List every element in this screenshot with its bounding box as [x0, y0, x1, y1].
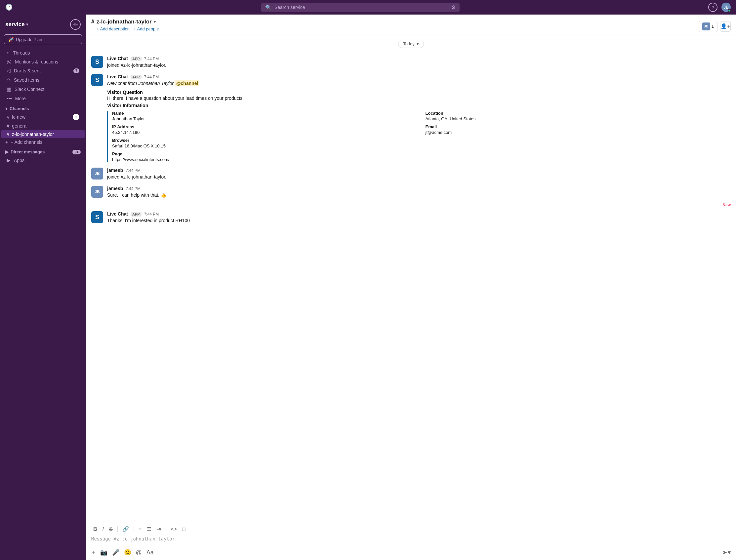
date-pill[interactable]: Today ▾: [398, 40, 424, 48]
workspace-name[interactable]: service ▾: [5, 21, 28, 28]
mentions-icon: @: [7, 59, 12, 64]
new-line: [91, 205, 720, 205]
search-bar[interactable]: 🔍 ⚙: [261, 3, 460, 12]
sidebar-item-apps[interactable]: ▶ Apps: [1, 156, 85, 165]
member-avatar: JB: [702, 22, 710, 30]
message-sender: Live Chat: [107, 56, 128, 61]
visitor-info-grid: Name Johnathan Taylor Location Atlanta, …: [107, 111, 731, 162]
new-label: New: [720, 203, 731, 207]
message-content: Live Chat APP 7:44 PM Thanks! I'm intere…: [107, 211, 731, 224]
sidebar-item-more[interactable]: ••• More: [1, 94, 85, 103]
channel-item-z-lc-johnathan-taylor[interactable]: # z-lc-johnathan-taylor: [1, 130, 85, 138]
info-field-name: Name Johnathan Taylor: [112, 111, 418, 122]
message-sender: Live Chat: [107, 74, 128, 79]
message-group: JB jamesb 7:44 PM joined #z-lc-johnathan…: [86, 165, 736, 183]
channel-title[interactable]: # z-lc-johnathan-taylor ▾: [91, 19, 164, 25]
dm-chevron-icon: ▶: [5, 149, 9, 154]
message-text: joined #z-lc-johnathan-taylor.: [107, 174, 731, 180]
link-button[interactable]: 🔗: [120, 525, 131, 534]
search-input[interactable]: [274, 5, 448, 10]
toolbar-divider: [166, 526, 166, 532]
add-people-link[interactable]: + Add people: [134, 26, 159, 31]
message-sender: jamesb: [107, 168, 123, 173]
message-group: S Live Chat APP 7:44 PM New chat from Jo…: [86, 71, 736, 165]
upgrade-plan-button[interactable]: 🚀 Upgrade Plan: [4, 34, 82, 44]
channel-mention[interactable]: @channel: [175, 80, 200, 86]
user-avatar: JB: [91, 168, 103, 180]
channels-chevron-icon: ▾: [5, 106, 8, 111]
composer: B I S 🔗 ≡ ☰ ⇥ <> □ + 📷 🎤 🙂: [86, 521, 736, 560]
member-count-button[interactable]: JB 1: [699, 21, 717, 32]
attach-button[interactable]: +: [91, 548, 96, 557]
app-badge: APP: [131, 212, 142, 217]
app-badge: APP: [131, 57, 142, 61]
compose-button[interactable]: ✏: [70, 19, 81, 30]
history-icon[interactable]: 🕐: [5, 4, 13, 11]
sidebar-item-saved[interactable]: ◇ Saved items: [1, 75, 85, 85]
info-field-page: Page https://www.socialintents.com/: [112, 151, 731, 162]
date-chevron-icon: ▾: [417, 41, 419, 46]
code-button[interactable]: <>: [169, 525, 179, 534]
audio-button[interactable]: 🎤: [111, 548, 120, 557]
unordered-list-button[interactable]: ☰: [145, 525, 153, 534]
sidebar-item-threads[interactable]: ○ Threads: [1, 48, 85, 57]
new-messages-divider: New: [86, 201, 736, 209]
italic-button[interactable]: I: [101, 525, 106, 534]
rocket-icon: 🚀: [8, 37, 14, 42]
channel-item-general[interactable]: # general: [1, 122, 85, 130]
ordered-list-button[interactable]: ≡: [137, 525, 143, 534]
message-intro: New chat from Johnathan Taylor @channel: [107, 80, 731, 87]
live-chat-avatar: S: [91, 211, 103, 223]
user-avatar-top[interactable]: JB: [721, 3, 731, 12]
message-content: Live Chat APP 7:44 PM New chat from John…: [107, 74, 731, 162]
message-sender: Live Chat: [107, 211, 128, 217]
message-time: 7:44 PM: [144, 212, 159, 217]
direct-messages-section[interactable]: ▶ Direct messages 9+: [0, 146, 86, 156]
sidebar-item-slack-connect[interactable]: ▦ Slack Connect: [1, 85, 85, 94]
mention-button[interactable]: @: [135, 548, 143, 557]
format-button[interactable]: Aa: [146, 548, 154, 557]
user-avatar: JB: [91, 186, 103, 198]
more-icon: •••: [7, 96, 12, 101]
channels-section-header[interactable]: ▾ Channels: [0, 103, 86, 112]
channel-item-lc-new[interactable]: # lc-new 1: [1, 112, 85, 122]
workspace-chevron-icon: ▾: [26, 22, 28, 27]
drafts-icon: ◁: [7, 68, 11, 74]
message-content: jamesb 7:44 PM joined #z-lc-johnathan-ta…: [107, 168, 731, 180]
info-field-browser: Browser Safari 16.3/Mac OS X 10.15: [112, 138, 731, 149]
message-content: Live Chat APP 7:44 PM joined #z-lc-johna…: [107, 56, 731, 69]
video-button[interactable]: 📷: [100, 548, 108, 557]
message-text: Thanks! I'm interested in product RH100: [107, 217, 731, 224]
toolbar-divider: [117, 526, 118, 532]
message-time: 7:44 PM: [144, 75, 159, 79]
emoji-button[interactable]: 🙂: [123, 548, 132, 557]
toolbar-divider: [134, 526, 134, 532]
add-icon: +: [5, 140, 8, 145]
code-block-button[interactable]: □: [180, 525, 187, 534]
channel-badge-lc-new: 1: [73, 114, 79, 120]
send-options-button[interactable]: ▾: [728, 549, 731, 556]
add-channels-button[interactable]: + + Add channels: [0, 138, 86, 146]
dm-badge: 9+: [72, 150, 81, 154]
indent-button[interactable]: ⇥: [155, 525, 163, 534]
message-time: 7:44 PM: [126, 168, 141, 173]
channel-hash-icon: #: [91, 19, 94, 25]
strikethrough-button[interactable]: S: [107, 525, 115, 534]
sidebar-item-mentions[interactable]: @ Mentions & reactions: [1, 57, 85, 66]
bold-button[interactable]: B: [91, 525, 99, 534]
sidebar-item-drafts[interactable]: ◁ Drafts & sent 7: [1, 66, 85, 75]
message-text: joined #z-lc-johnathan-taylor.: [107, 62, 731, 69]
composer-actions: + 📷 🎤 🙂 @ Aa ➤ ▾: [91, 548, 731, 557]
composer-toolbar: B I S 🔗 ≡ ☰ ⇥ <> □: [91, 525, 731, 534]
add-person-button[interactable]: 👤+: [720, 21, 731, 32]
help-icon[interactable]: ?: [708, 3, 717, 12]
filter-icon[interactable]: ⚙: [451, 4, 456, 11]
send-button[interactable]: ➤: [722, 549, 727, 556]
drafts-badge: 7: [73, 68, 79, 73]
message-input[interactable]: [91, 536, 731, 544]
visitor-question: Hi there, I have a question about your l…: [107, 96, 731, 101]
messages-area: Today ▾ S Live Chat APP 7:44 PM joined #…: [86, 34, 736, 521]
add-description-link[interactable]: + Add description: [97, 26, 130, 31]
sidebar: service ▾ ✏ 🚀 Upgrade Plan ○ Threads @ M…: [0, 15, 86, 560]
message-group: JB jamesb 7:44 PM Sure, I can help with …: [86, 183, 736, 201]
